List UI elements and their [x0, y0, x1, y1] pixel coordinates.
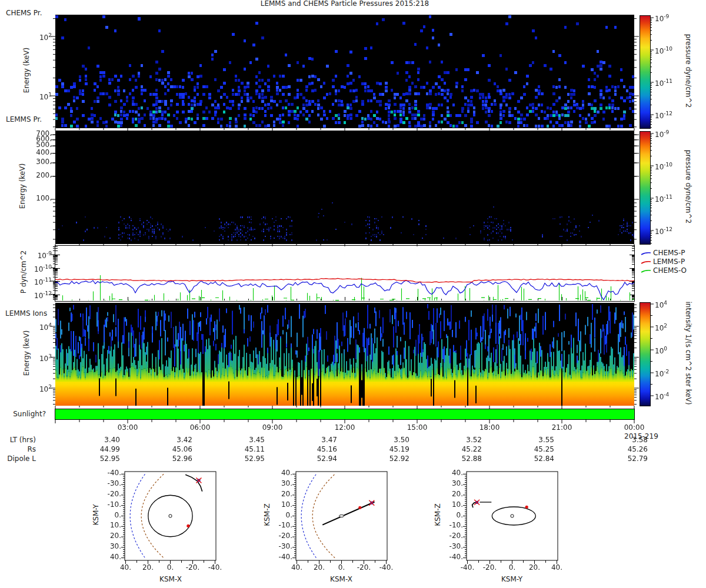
ephemeris-value: 3.45	[224, 436, 265, 444]
colorbar-intensity	[640, 302, 651, 406]
time-label: 00:00	[620, 424, 649, 432]
ephemeris-value: 3.50	[368, 436, 409, 444]
colorbar-tick-label: 10-11	[655, 193, 672, 203]
orbit-xtick-label: -20.	[352, 564, 376, 572]
colorbar-pressure-top	[640, 15, 651, 129]
orbit-xtick-label: -40.	[204, 564, 227, 572]
colorbar-tick-label: 10-10	[655, 45, 672, 55]
ephemeris-value: 3.42	[151, 436, 192, 444]
orbit-ytick-label: 30.	[270, 480, 292, 487]
time-label: 12:00	[330, 424, 359, 432]
ephemeris-row-label-lt: LT (hrs)	[0, 436, 36, 444]
sunlight-bar	[55, 409, 635, 420]
ephemeris-value: 52.94	[296, 455, 337, 463]
legend-label-chems-p: CHEMS-P	[653, 249, 685, 257]
ephemeris-value: 3.47	[296, 436, 337, 444]
ions-spectrogram	[55, 303, 634, 406]
ephemeris-value: 3.40	[79, 436, 120, 444]
lemms-ytick-label: 300.	[29, 158, 52, 166]
orbit-ytick-label: 30.	[441, 480, 463, 487]
red-dot-marker	[187, 524, 189, 527]
ephemeris-value: 45.19	[368, 446, 409, 453]
colorbar-tick-label: 10-4	[655, 391, 669, 401]
orbit-ytick-label: -40.	[99, 469, 121, 477]
orbit-ytick-label: -20.	[270, 532, 292, 540]
orbit-ytick-label: 40.	[99, 553, 121, 561]
red-dot-marker	[525, 506, 528, 509]
colorbar-tick-label: 102	[655, 322, 667, 332]
ephemeris-row-label-dipole: Dipole L	[0, 455, 36, 463]
orbit-ytick-label: -10.	[270, 522, 292, 529]
lemms-ytick-label: 100.	[29, 195, 52, 202]
orbit0-xaxis-title: KSM-X	[141, 576, 200, 583]
orbit-ytick-label: 0.	[99, 512, 121, 519]
ions-ytick-label: 102	[33, 383, 52, 393]
orbit-ytick-label: 20.	[270, 490, 292, 498]
orbit-ytick-label: -30.	[270, 543, 292, 550]
ephemeris-value: 52.95	[224, 455, 265, 463]
time-label: 18:00	[475, 424, 504, 432]
orbit-xtick-label: 40.	[114, 564, 138, 572]
ephemeris-value: 52.84	[513, 455, 554, 463]
ions-ylabel: Energy (keV)	[23, 295, 31, 412]
ephemeris-value: 45.25	[513, 446, 554, 453]
ephemeris-row-label-rs: Rs	[0, 446, 36, 453]
pressure-ytick-label: 10-11	[25, 276, 52, 286]
ions-ytick-label: 103	[33, 353, 52, 363]
orbit-xtick-label: -20.	[181, 564, 205, 572]
chems-ytick-label: 101	[33, 91, 52, 101]
colorbar-title-pressure-mid: pressure dyne/cm^2	[684, 119, 692, 255]
orbit-ytick-label: 10.	[270, 501, 292, 509]
time-label: 06:00	[185, 424, 215, 432]
pressure-ytick-label: 10-9	[25, 250, 52, 260]
ephemeris-value: 52.95	[79, 455, 120, 463]
ephemeris-value: 45.22	[441, 446, 482, 453]
colorbar-tick-label: 10-2	[655, 368, 669, 378]
colorbar-title-pressure-top: pressure dyne/cm^2	[684, 4, 692, 139]
lemms-ytick-label: 200.	[29, 172, 52, 179]
orbit-xtick-label: 40.	[545, 564, 569, 572]
legend-label-chems-o: CHEMS-O	[653, 267, 687, 275]
page-title: LEMMS and CHEMS Particle Pressures 2015:…	[0, 0, 690, 8]
orbit-xtick-label: 40.	[285, 564, 309, 572]
orbit-ytick-label: 0.	[441, 512, 463, 519]
orbit-xtick-label: 0.	[159, 564, 182, 572]
colorbar-tick-label: 10-9	[655, 129, 669, 139]
orbit-xtick-label: -40.	[375, 564, 398, 572]
ephemeris-value: 3.52	[441, 436, 482, 444]
time-label: 21:00	[547, 424, 577, 432]
orbit-ytick-label: -40.	[441, 553, 463, 561]
pressure-ytick-label: 10-10	[25, 263, 52, 273]
ephemeris-value: 52.79	[607, 455, 648, 463]
orbit-ytick-label: 30.	[99, 543, 121, 550]
sunlight-label: Sunlight?	[5, 410, 46, 418]
colorbar-tick-label: 104	[655, 299, 667, 309]
colorbar-tick-label: 10-9	[655, 13, 669, 23]
orbit-ytick-label: 20.	[441, 490, 463, 498]
orbit-ytick-label: 20.	[99, 532, 121, 540]
ephemeris-value: 52.88	[441, 455, 482, 463]
plot-page: LEMMS and CHEMS Particle Pressures 2015:…	[0, 0, 706, 588]
orbit-xtick-label: 20.	[308, 564, 331, 572]
pressure-line-plot	[55, 245, 635, 302]
orbit-ytick-label: -30.	[99, 480, 121, 487]
orbit-xtick-label: 0.	[330, 564, 354, 572]
ephemeris-value: 45.16	[296, 446, 337, 453]
ephemeris-value: 44.99	[79, 446, 120, 453]
orbit-ytick-label: 10.	[441, 501, 463, 509]
orbit-ytick-label: 40.	[270, 469, 292, 477]
ions-ytick-label: 104	[33, 322, 52, 332]
orbit-ytick-label: 40.	[441, 469, 463, 477]
orbit-ytick-label: -10.	[99, 501, 121, 509]
chems-ytick-label: 102	[33, 32, 52, 42]
colorbar-title-intensity: intensity 1/(s cm^2 ster keV)	[684, 286, 692, 421]
time-label: 15:00	[402, 424, 432, 432]
lemms-spectrogram	[55, 131, 634, 244]
orbit-ytick-label: -30.	[441, 543, 463, 550]
colorbar-tick-label: 10-12	[655, 226, 672, 236]
chems-spectrogram	[55, 15, 634, 128]
ephemeris-value: 3.55	[513, 436, 554, 444]
time-label: 03:00	[113, 424, 142, 432]
ephemeris-value: 45.11	[224, 446, 265, 453]
orbit-xtick-label: 20.	[523, 564, 547, 572]
